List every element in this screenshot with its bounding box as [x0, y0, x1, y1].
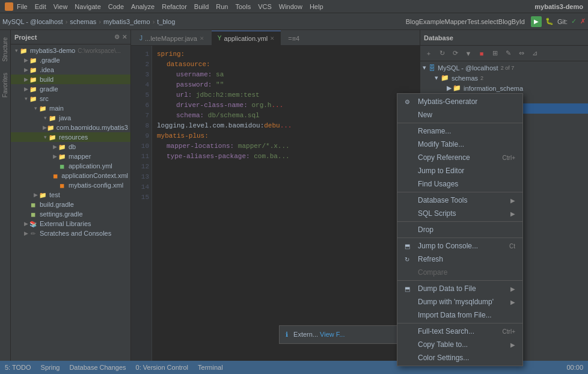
com-folder-icon: 📁: [47, 123, 54, 132]
code-editor[interactable]: spring: datasource: username: sa passwor…: [152, 46, 420, 361]
favorites-tab-left[interactable]: Favorites: [1, 68, 10, 102]
db-stop-btn[interactable]: ■: [476, 48, 488, 60]
git-x-icon[interactable]: ✗: [580, 17, 586, 25]
status-spring[interactable]: Spring: [41, 364, 60, 371]
tree-item-src[interactable]: ▾ 📁 src: [11, 94, 130, 103]
ctx-dump-mysqldump[interactable]: Dump with 'mysqldump' ▶: [397, 295, 522, 308]
tree-item-test[interactable]: ▶ 📁 test: [11, 190, 130, 200]
tree-item-buildgradle[interactable]: ◼ build.gradle: [11, 200, 130, 209]
db-filter-btn[interactable]: ▼: [462, 48, 474, 60]
tree-item-java[interactable]: ▾ 📁 java: [11, 113, 130, 123]
menu-window[interactable]: Window: [279, 3, 302, 10]
menu-tools[interactable]: Tools: [235, 3, 251, 10]
ctx-copy-table[interactable]: Copy Table to... ▶: [397, 338, 522, 351]
tree-item-mapper[interactable]: ▶ 📁 mapper: [11, 152, 130, 161]
menu-file[interactable]: File: [17, 3, 28, 10]
menu-navigate[interactable]: Navigate: [75, 3, 100, 10]
menu-code[interactable]: Code: [108, 3, 124, 10]
tab-appyml[interactable]: Y application.yml ✕: [212, 31, 281, 45]
db-tree-schemas[interactable]: ▾ 📁 schemas 2: [420, 73, 588, 83]
ctx-jump-to-editor[interactable]: Jump to Editor: [397, 164, 522, 177]
tree-item-main[interactable]: ▾ 📁 main: [11, 103, 130, 113]
ctx-compare-label: Compare: [418, 268, 447, 277]
status-vcs[interactable]: 0: Version Control: [136, 364, 188, 371]
app-icon: [5, 2, 13, 11]
ctx-fulltext-search[interactable]: Full-text Search... Ctrl+: [397, 325, 522, 338]
ctx-mybatis-generator[interactable]: ⚙ Mybatis-Generator: [397, 95, 522, 108]
breadcrumb-schemas[interactable]: schemas: [70, 18, 96, 25]
status-todo[interactable]: 5: TODO: [5, 364, 31, 371]
panel-close-icon[interactable]: ✕: [122, 34, 127, 40]
tree-item-appctx[interactable]: ◼ applicationContext.xml: [11, 171, 130, 180]
root-label: mybatis3-demo: [30, 47, 75, 54]
db-tree-infoschema[interactable]: ▶ 📁 information_schema: [420, 83, 588, 93]
ctx-jump-to-console[interactable]: ⬒ Jump to Console... Ct: [397, 239, 522, 253]
notification-link[interactable]: View F...: [320, 331, 345, 338]
menu-analyze[interactable]: Analyze: [131, 3, 155, 10]
ctx-sep3: [397, 221, 522, 222]
tree-item-com[interactable]: ▶ 📁 com.baomidou.mybatis3: [11, 123, 130, 132]
ctx-sep4: [397, 238, 522, 238]
tree-item-db[interactable]: ▶ 📁 db: [11, 142, 130, 152]
ctx-copy-reference[interactable]: Copy Reference Ctrl+: [397, 151, 522, 164]
tree-item-mybatis[interactable]: ◼ mybatis-config.xml: [11, 180, 130, 190]
debug-icon[interactable]: 🐛: [545, 17, 554, 25]
ctx-refresh[interactable]: ↻ Refresh: [397, 253, 522, 266]
menu-vcs[interactable]: VCS: [258, 3, 272, 10]
ctx-drop[interactable]: Drop: [397, 223, 522, 236]
tree-item-gradle[interactable]: ▶ 📁 .gradle: [11, 55, 130, 65]
scratches-icon: ✏: [29, 229, 37, 238]
db-funnel-btn[interactable]: ⊿: [528, 48, 541, 60]
tree-item-idea[interactable]: ▶ 📁 .idea: [11, 65, 130, 75]
menu-bar[interactable]: File Edit View Navigate Code Analyze Ref…: [17, 3, 323, 10]
git-check-icon[interactable]: ✓: [571, 17, 577, 25]
appyml-tab-close[interactable]: ✕: [270, 35, 275, 41]
ctx-dump-data[interactable]: ⬒ Dump Data to File ▶: [397, 282, 522, 295]
ctx-new[interactable]: New: [397, 108, 522, 121]
breadcrumb-demo[interactable]: mybatis3_demo: [103, 18, 150, 25]
deletemapper-tab-close[interactable]: ✕: [200, 35, 204, 41]
tree-item-gradle2[interactable]: ▶ 📁 gradle: [11, 84, 130, 94]
breadcrumb-table[interactable]: t_blog: [157, 18, 175, 25]
tree-item-resources[interactable]: ▾ 📁 resources: [11, 132, 130, 142]
ctx-fulltext-search-label: Full-text Search...: [418, 327, 474, 336]
menu-run[interactable]: Run: [216, 3, 228, 10]
menu-view[interactable]: View: [54, 3, 68, 10]
tab-extra[interactable]: =≡4: [282, 31, 305, 45]
tree-item-settingsgradle[interactable]: ◼ settings.gradle: [11, 209, 130, 219]
panel-settings-icon[interactable]: ⚙: [114, 34, 120, 40]
structure-tab[interactable]: Structure: [1, 32, 10, 67]
db-edit-btn[interactable]: ✎: [502, 48, 514, 60]
copy-ref-shortcut: Ctrl+: [503, 155, 515, 161]
ctx-rename[interactable]: Rename...: [397, 124, 522, 138]
ctx-database-tools[interactable]: Database Tools ▶: [397, 194, 522, 207]
tree-item-appyml[interactable]: ◼ application.yml: [11, 161, 130, 171]
menu-build[interactable]: Build: [194, 3, 209, 10]
menu-refactor[interactable]: Refactor: [162, 3, 187, 10]
tab-deletemapper[interactable]: J ...leteMapper.java ✕: [133, 31, 210, 45]
db-table-btn[interactable]: ⊞: [489, 48, 501, 60]
menu-help[interactable]: Help: [310, 3, 323, 10]
extra-tab-label: =≡4: [288, 35, 299, 42]
ctx-modify-table[interactable]: Modify Table...: [397, 138, 522, 151]
run-button[interactable]: ▶: [531, 16, 542, 27]
status-db-changes[interactable]: Database Changes: [69, 364, 126, 371]
ctx-import-data[interactable]: Import Data from File...: [397, 308, 522, 322]
ctx-find-usages[interactable]: Find Usages: [397, 177, 522, 191]
tree-item-extlibs[interactable]: ▶ 📚 External Libraries: [11, 219, 130, 228]
tree-root[interactable]: ▾ 📁 mybatis3-demo C:\workspace\...: [11, 46, 130, 55]
ctx-color-settings[interactable]: Color Settings...: [397, 351, 522, 364]
fulltext-shortcut: Ctrl+: [503, 328, 515, 335]
db-sync-btn[interactable]: ⟳: [449, 48, 461, 60]
menu-edit[interactable]: Edit: [35, 3, 46, 10]
tree-item-scratches[interactable]: ▶ ✏ Scratches and Consoles: [11, 228, 130, 238]
ctx-copy-table-label: Copy Table to...: [418, 340, 468, 349]
tree-item-build[interactable]: ▶ 📁 build: [11, 75, 130, 84]
db-refresh-btn[interactable]: ↻: [436, 48, 448, 60]
ctx-sql-scripts[interactable]: SQL Scripts ▶: [397, 207, 522, 220]
db-add-btn[interactable]: +: [423, 48, 435, 60]
db-tree-mysql[interactable]: ▾ 🗄 MySQL - @localhost 2 of 7: [420, 63, 588, 73]
breadcrumb-db[interactable]: MySQL - @localhost: [2, 18, 63, 25]
status-terminal[interactable]: Terminal: [198, 364, 223, 371]
db-expand-btn[interactable]: ⇔: [515, 48, 527, 60]
